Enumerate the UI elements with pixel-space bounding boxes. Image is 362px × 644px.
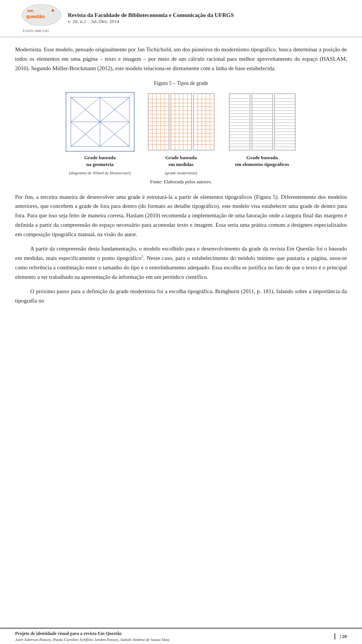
figure-title-suffix: – Tipos de grade xyxy=(172,80,208,86)
page-header: em questão E-ISSN 1808-5245 Revista da F… xyxy=(0,0,362,37)
page-footer: Projeto de identidade visual para a revi… xyxy=(0,628,362,644)
journal-subtitle: v. 20, n.2 – Jul./Dez. 2014 xyxy=(68,18,234,25)
figure-3-caption: Grade baseadaem elementos tipográficos xyxy=(235,154,289,168)
journal-title: Revista da Faculdade de Biblioteconomia … xyxy=(68,12,234,18)
paragraph-1: Modernista. Esse modelo, pensado origina… xyxy=(15,45,347,73)
paragraph-2: Por fim, a terceira maneira de desenvolv… xyxy=(15,192,347,239)
footer-authors: Jaire Ederson Passos, Paula Caroline Sch… xyxy=(15,637,169,642)
paragraph-4: O próximo passo para a definição da grad… xyxy=(15,287,347,306)
figure-source: Fonte: Elaborada pelos autores. xyxy=(15,179,347,185)
figure-1-caption: Grade baseadana geometria xyxy=(84,154,115,168)
figure-item-1: Grade baseadana geometria (diagrama de V… xyxy=(65,92,135,175)
svg-rect-75 xyxy=(275,94,295,150)
footer-project: Projeto de identidade visual para a revi… xyxy=(15,631,169,636)
figure-2-sub: (grade modernista) xyxy=(165,171,197,175)
svg-rect-73 xyxy=(229,94,250,150)
footer-page-number: | 20 xyxy=(334,633,347,639)
figure-item-2: Grade baseadaem medidas (grade modernist… xyxy=(146,92,216,175)
header-title-block: Revista da Faculdade de Biblioteconomia … xyxy=(68,12,234,25)
logo-container: em questão E-ISSN 1808-5245 xyxy=(11,4,60,33)
figure-section: Figura 5 – Tipos de grade xyxy=(15,80,347,184)
figure-measures-svg xyxy=(146,92,216,152)
figure-title-bold: Figura 5 xyxy=(154,80,172,86)
paragraph-3: A partir da compreensão desta fundamenta… xyxy=(15,244,347,281)
svg-text:em: em xyxy=(28,8,34,13)
figure-grid: Grade baseadana geometria (diagrama de V… xyxy=(15,92,347,175)
figure-title: Figura 5 – Tipos de grade xyxy=(15,80,347,86)
svg-rect-74 xyxy=(252,94,273,150)
figure-geometry-svg xyxy=(65,92,135,152)
svg-point-4 xyxy=(52,9,54,12)
svg-text:questão: questão xyxy=(26,14,45,19)
figure-typo-svg xyxy=(227,92,297,152)
figure-item-3: Grade baseadaem elementos tipográficos xyxy=(227,92,297,168)
footer-project-bold: Projeto de identidade visual para a revi… xyxy=(15,631,121,636)
figure-1-sub: (diagrama de Villard de Honnecourt) xyxy=(69,171,131,175)
journal-logo: em questão xyxy=(21,4,51,28)
figure-2-caption: Grade baseadaem medidas xyxy=(165,154,196,168)
main-content: Modernista. Esse modelo, pensado origina… xyxy=(0,37,362,360)
